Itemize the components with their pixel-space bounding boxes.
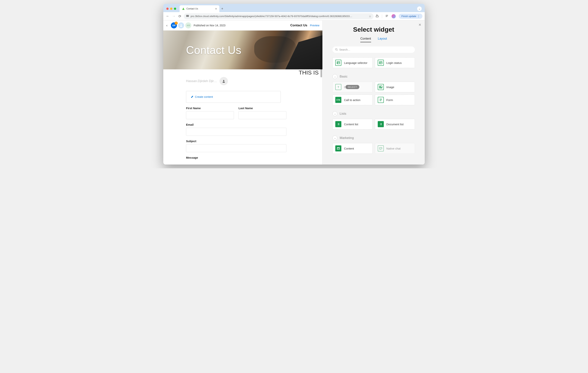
preview-link[interactable]: Preview [310,24,319,27]
section-toggle-basic[interactable]: ⌄ [332,74,337,79]
svg-rect-7 [337,62,340,64]
url-field[interactable]: pro.3b0ce.cloud.sitefinity.com/Sitefinit… [184,13,374,19]
svg-point-4 [180,24,182,26]
widget-label: Login status [387,61,402,64]
maximize-window-button[interactable] [174,8,176,10]
extensions-icon[interactable] [376,14,379,18]
chat-icon [378,145,384,151]
widget-form[interactable]: Form [375,95,415,105]
tab-bar: Contact Us ✕ + ⌄ [163,4,425,12]
tab-title: Contact Us [186,7,198,10]
editor-back-button[interactable]: ‹ [166,23,168,28]
panel-tabs: Content Layout [323,37,425,42]
user-badge[interactable] [178,22,184,28]
browser-tab[interactable]: Contact Us ✕ [179,5,219,12]
more-icon[interactable]: ⋮ [417,15,420,18]
media-icon[interactable] [385,14,388,18]
minimize-window-button[interactable] [170,8,172,10]
tabs-dropdown-button[interactable]: ⌄ [417,6,422,11]
widget-image[interactable]: Image [375,82,415,92]
widget-label: Image [387,85,394,89]
panel-title: Select widget [323,26,425,33]
scrollbar-thumb[interactable] [321,32,322,77]
section-toggle-lists[interactable]: ⌄ [332,111,337,116]
widget-content-block[interactable]: T Co ck SELECT [332,82,373,92]
svg-rect-11 [337,148,339,149]
widget-native-chat[interactable]: Native chat [375,143,415,154]
create-content-link[interactable]: Create content [191,95,276,98]
pencil-icon [191,96,193,98]
finish-update-label: Finish update [401,15,416,18]
create-content-label: Create content [195,95,213,98]
toolbar-icons: Finish update ⋮ [376,14,422,19]
site-settings-icon[interactable] [186,14,189,18]
widget-label: Content [344,147,354,150]
widget-label: Content list [344,123,358,126]
page-title: Contact Us [290,23,307,27]
toolbar-separator [382,14,382,18]
bookmark-icon[interactable]: ☆ [369,15,371,18]
list-icon [378,121,384,127]
widget-document-list[interactable]: Document list [375,119,415,129]
email-input[interactable] [186,128,286,136]
language-badge[interactable]: EN ! [171,22,177,28]
new-tab-button[interactable]: + [221,7,223,11]
content-icon [335,145,341,151]
tab-close-icon[interactable]: ✕ [215,7,217,10]
tab-layout[interactable]: Layout [378,37,387,42]
widget-language-selector[interactable]: Language selector [332,57,373,68]
finish-update-button[interactable]: Finish update ⋮ [399,14,422,19]
svg-rect-0 [186,15,187,16]
contact-form: First Name Last Name Email Subject [186,107,286,161]
author-name: Hassan.Djirdeh Djir… [186,79,217,83]
widget-section-basic: ⌄ Basic T Co ck SELECT Image [323,71,425,108]
hero-banner: Contact Us [163,31,322,69]
ab-test-badge[interactable]: A/B [185,22,191,28]
published-text: Published on Nov 14, 2023 [194,24,225,27]
section-toggle-marketing[interactable]: ⌄ [332,136,337,140]
widget-login-status[interactable]: Login status [375,57,415,68]
widget-label: Form [387,98,393,102]
traffic-lights [166,8,176,10]
subject-label: Subject [186,139,286,143]
widget-content-list[interactable]: Content list [332,119,373,129]
first-name-input[interactable] [186,111,234,119]
svg-rect-3 [188,16,189,17]
reload-button[interactable]: ⟳ [178,14,182,18]
widget-icon [378,60,384,66]
create-content-block[interactable]: Create content [186,91,281,103]
widget-marketing-content[interactable]: Content [332,143,373,154]
widget-section-lists: ⌄ Lists Content list Document lis [323,108,425,132]
svg-point-5 [223,80,224,81]
text-icon: T [335,84,341,90]
editor-header: ‹ EN ! A/B Published on Nov 14, 2023 Con [163,21,322,31]
image-icon [378,84,384,90]
back-button[interactable]: ← [166,14,170,18]
last-name-label: Last Name [239,107,286,110]
profile-avatar[interactable] [392,14,396,18]
widget-search[interactable]: Search… [332,46,415,53]
widget-call-to-action[interactable]: CTA Call to action [332,95,373,105]
subject-input[interactable] [186,144,286,152]
forward-button[interactable]: → [172,14,176,18]
first-name-label: First Name [186,107,234,110]
tab-content[interactable]: Content [360,37,371,42]
browser-window: Contact Us ✕ + ⌄ ← → ⟳ pro.3b0ce.cloud.s… [163,4,425,164]
panel-close-icon[interactable]: ✕ [419,23,421,27]
form-icon [378,97,384,103]
select-pill: SELECT [346,85,359,89]
author-row: Hassan.Djirdeh Djir… [186,77,311,85]
badge-stack: EN ! A/B [171,22,191,28]
last-name-input[interactable] [239,111,286,119]
ab-badge-label: A/B [187,24,190,27]
close-window-button[interactable] [166,8,168,10]
message-label: Message [186,156,286,159]
widget-label: Native chat [387,147,401,150]
section-name: Lists [340,112,346,116]
main-pane: ‹ EN ! A/B Published on Nov 14, 2023 Con [163,21,322,164]
section-name: Marketing [340,136,354,140]
page-body: THIS IS Hassan.Djirdeh Djir… Create cont… [163,69,322,164]
main-scrollbar[interactable] [320,21,322,164]
svg-point-6 [336,48,337,50]
browser-chrome: Contact Us ✕ + ⌄ ← → ⟳ pro.3b0ce.cloud.s… [163,4,425,21]
